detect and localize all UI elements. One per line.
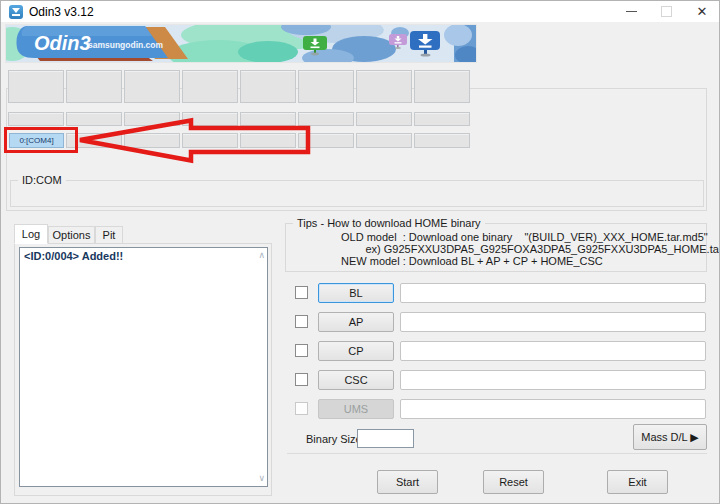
com-slot-box [414, 133, 470, 148]
tab-pit[interactable]: Pit [95, 226, 123, 244]
log-textarea[interactable]: <ID:0/004> Added!! ∧ ∨ [19, 247, 268, 487]
binary-size-field [357, 429, 414, 448]
minimize-icon [626, 11, 637, 12]
exit-button[interactable]: Exit [607, 470, 668, 494]
com-slot-box [356, 133, 412, 148]
log-message: <ID:0/004> Added!! [24, 250, 123, 262]
ums-checkbox [295, 402, 308, 415]
tips-groupbox: Tips - How to download HOME binary OLD m… [285, 223, 707, 272]
maximize-button[interactable] [651, 1, 681, 22]
ums-button: UMS [318, 399, 394, 419]
tab-options[interactable]: Options [48, 226, 95, 244]
cp-checkbox[interactable] [295, 344, 308, 357]
minimize-button[interactable] [616, 1, 646, 22]
close-button[interactable]: ✕ [687, 1, 717, 22]
start-button[interactable]: Start [377, 470, 438, 494]
bl-checkbox[interactable] [295, 286, 308, 299]
device-slot-box [414, 70, 470, 103]
tips-example-line: ex) G925FXXU3DPA5_G925FOXA3DPA5_G925FXXU… [341, 244, 720, 255]
mass-dl-button[interactable]: Mass D/L ▶ [633, 424, 707, 450]
cp-button[interactable]: CP [318, 341, 394, 361]
annotation-arrow-left [0, 0, 330, 180]
footer-divider [287, 453, 707, 454]
csc-button[interactable]: CSC [318, 370, 394, 390]
binary-size-label: Binary Size [306, 433, 362, 445]
ap-file-field[interactable] [400, 312, 706, 332]
ap-checkbox[interactable] [295, 315, 308, 328]
ap-button[interactable]: AP [318, 312, 394, 332]
maximize-icon [661, 6, 672, 17]
tab-log[interactable]: Log [14, 224, 48, 244]
tips-new-model-line: NEW model : Download BL + AP + CP + HOME… [341, 256, 603, 267]
device-progress-box [356, 112, 412, 126]
id-com-groupbox: ID:COM [10, 180, 704, 207]
device-slot-box [356, 70, 412, 103]
bl-file-field[interactable] [400, 283, 706, 303]
scroll-up-icon[interactable]: ∧ [258, 251, 265, 260]
scroll-down-icon[interactable]: ∨ [258, 474, 265, 483]
cp-file-field[interactable] [400, 341, 706, 361]
csc-file-field[interactable] [400, 370, 706, 390]
tips-title: Tips - How to download HOME binary [293, 217, 485, 230]
map-pin-blue-download-icon [410, 31, 440, 57]
tips-old-model-line: OLD model : Download one binary "(BUILD_… [341, 232, 708, 243]
csc-checkbox[interactable] [295, 373, 308, 386]
ums-file-field[interactable] [400, 399, 706, 419]
bl-button[interactable]: BL [318, 283, 394, 303]
reset-button[interactable]: Reset [483, 470, 544, 494]
device-progress-box [414, 112, 470, 126]
